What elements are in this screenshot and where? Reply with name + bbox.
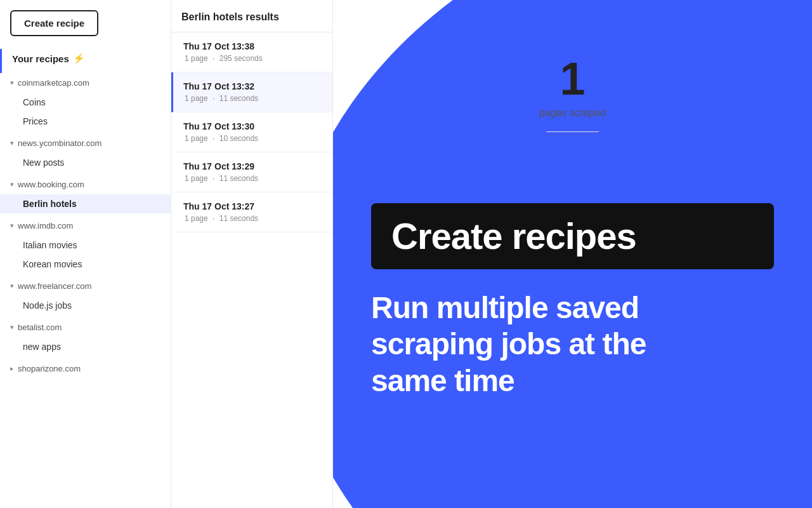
run-dot: ·	[211, 94, 217, 103]
run-meta: 1 page · 11 seconds	[183, 214, 322, 223]
site-group: ▾www.booking.comBerlin hotels	[0, 175, 171, 213]
chevron-down-icon: ▾	[10, 139, 14, 147]
sidebar: Create recipe Your recipes ⚡ ▾coinmarket…	[0, 0, 171, 508]
run-date: Thu 17 Oct 13:29	[183, 161, 322, 171]
hero-title: Create recipes	[391, 216, 754, 257]
site-group: ▾coinmarketcap.comCoinsPrices	[0, 73, 171, 131]
stat-box: 1 pages scraped	[501, 27, 644, 157]
chevron-down-icon: ▾	[10, 180, 14, 189]
run-seconds: 11 seconds	[219, 94, 258, 103]
run-date: Thu 17 Oct 13:30	[183, 121, 322, 131]
run-item[interactable]: Thu 17 Oct 13:321 page · 11 seconds	[171, 72, 332, 112]
your-recipes-label: Your recipes	[12, 53, 69, 64]
site-header[interactable]: ▾www.imdb.com	[0, 216, 171, 236]
stat-number: 1	[539, 53, 606, 105]
chevron-down-icon: ▾	[10, 282, 14, 290]
run-pages: 1 page	[185, 214, 208, 223]
site-groups: ▾coinmarketcap.comCoinsPrices▾news.ycomb…	[0, 73, 171, 378]
run-seconds: 11 seconds	[219, 214, 258, 223]
run-meta: 1 page · 295 seconds	[183, 54, 322, 63]
hero-title-box: Create recipes	[371, 203, 774, 269]
site-header[interactable]: ▾news.ycombinator.com	[0, 133, 171, 153]
run-dot: ·	[211, 174, 217, 183]
lightning-icon: ⚡	[73, 53, 85, 64]
chevron-down-icon: ▾	[10, 79, 14, 87]
sidebar-item[interactable]: New posts	[0, 153, 171, 172]
run-pages: 1 page	[185, 134, 208, 143]
run-date: Thu 17 Oct 13:38	[183, 41, 322, 51]
site-group: ▾www.imdb.comItalian moviesKorean movies	[0, 216, 171, 274]
run-pages: 1 page	[185, 174, 208, 183]
stat-label: pages scraped	[539, 107, 606, 119]
run-item[interactable]: Thu 17 Oct 13:301 page · 10 seconds	[171, 112, 332, 152]
site-domain-label: betalist.com	[18, 323, 62, 332]
sidebar-item[interactable]: Italian movies	[0, 236, 171, 255]
run-pages: 1 page	[185, 94, 208, 103]
stats-area: 1 pages scraped	[333, 0, 812, 184]
run-dot: ·	[211, 214, 217, 223]
sidebar-item[interactable]: new apps	[0, 337, 171, 356]
site-header[interactable]: ▾www.freelancer.com	[0, 276, 171, 296]
run-seconds: 11 seconds	[219, 174, 258, 183]
run-pages: 1 page	[185, 54, 208, 63]
site-group: ▾www.freelancer.comNode.js jobs	[0, 276, 171, 315]
run-date: Thu 17 Oct 13:32	[183, 81, 322, 91]
site-domain-label: coinmarketcap.com	[18, 78, 89, 88]
site-header[interactable]: ▾coinmarketcap.com	[0, 73, 171, 93]
site-header[interactable]: ▾betalist.com	[0, 318, 171, 337]
run-dot: ·	[211, 54, 217, 63]
stat-divider	[546, 131, 599, 132]
site-domain-label: www.imdb.com	[18, 221, 73, 231]
site-domain-label: shoparizone.com	[18, 364, 81, 373]
hero-subtitle: Run multiple saved scraping jobs at the …	[371, 290, 774, 399]
sidebar-item[interactable]: Node.js jobs	[0, 296, 171, 315]
run-seconds: 295 seconds	[219, 54, 263, 63]
site-group: ▾news.ycombinator.comNew posts	[0, 133, 171, 172]
site-header[interactable]: ▸shoparizone.com	[0, 359, 171, 378]
sidebar-item[interactable]: Prices	[0, 112, 171, 131]
right-panel: 1 pages scraped Create recipes Run multi…	[333, 0, 812, 508]
run-meta: 1 page · 11 seconds	[183, 94, 322, 103]
hero-area: Create recipes Run multiple saved scrapi…	[333, 165, 812, 508]
hero-subtitle-line1: Run multiple saved	[371, 291, 639, 324]
run-meta: 1 page · 11 seconds	[183, 174, 322, 183]
sidebar-item[interactable]: Coins	[0, 93, 171, 112]
site-group: ▸shoparizone.com	[0, 359, 171, 378]
run-date: Thu 17 Oct 13:27	[183, 201, 322, 211]
hero-subtitle-line3: same time	[371, 364, 514, 398]
run-list: Thu 17 Oct 13:381 page · 295 secondsThu …	[171, 32, 332, 232]
sidebar-item[interactable]: Korean movies	[0, 255, 171, 274]
hero-subtitle-line2: scraping jobs at the	[371, 327, 646, 361]
run-item[interactable]: Thu 17 Oct 13:271 page · 11 seconds	[171, 192, 332, 232]
your-recipes-section: Your recipes ⚡	[0, 49, 171, 73]
site-domain-label: www.freelancer.com	[18, 281, 91, 291]
site-group: ▾betalist.comnew apps	[0, 318, 171, 356]
run-item[interactable]: Thu 17 Oct 13:381 page · 295 seconds	[171, 32, 332, 72]
site-domain-label: news.ycombinator.com	[18, 138, 102, 148]
create-recipe-button[interactable]: Create recipe	[10, 10, 98, 36]
run-meta: 1 page · 10 seconds	[183, 134, 322, 143]
run-seconds: 10 seconds	[219, 134, 258, 143]
sidebar-item[interactable]: Berlin hotels	[0, 194, 171, 213]
chevron-down-icon: ▾	[10, 222, 14, 230]
run-item[interactable]: Thu 17 Oct 13:291 page · 11 seconds	[171, 152, 332, 192]
chevron-down-icon: ▾	[10, 323, 14, 331]
site-header[interactable]: ▾www.booking.com	[0, 175, 171, 194]
chevron-down-icon: ▸	[10, 364, 14, 373]
results-header: Berlin hotels results	[171, 0, 332, 32]
site-domain-label: www.booking.com	[18, 180, 84, 189]
middle-panel: Berlin hotels results Thu 17 Oct 13:381 …	[171, 0, 333, 508]
run-dot: ·	[211, 134, 217, 143]
